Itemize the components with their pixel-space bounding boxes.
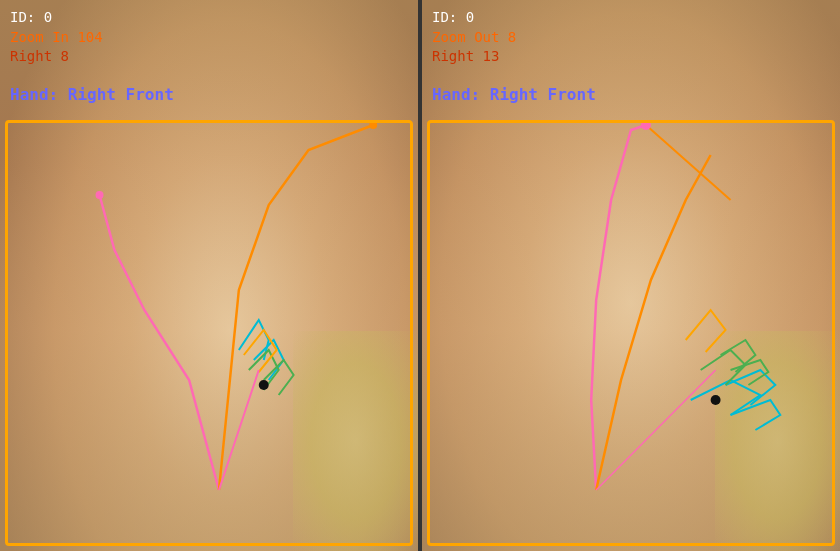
right-hand-label: Hand: Right Front — [432, 85, 596, 104]
right-info-overlay: ID: 0 Zoom Out 8 Right 13 — [432, 8, 516, 67]
left-info-overlay: ID: 0 Zoom In 104 Right 8 — [10, 8, 103, 67]
left-detection-box — [5, 120, 413, 546]
left-panel: ID: 0 Zoom In 104 Right 8 Hand: Right Fr… — [0, 0, 418, 551]
left-action-label: Zoom In 104 — [10, 28, 103, 48]
right-detection-box — [427, 120, 835, 546]
right-id-label: ID: 0 — [432, 8, 516, 28]
main-container: ID: 0 Zoom In 104 Right 8 Hand: Right Fr… — [0, 0, 840, 551]
right-panel: ID: 0 Zoom Out 8 Right 13 Hand: Right Fr… — [422, 0, 840, 551]
left-direction-label: Right 8 — [10, 47, 103, 67]
right-direction-label: Right 13 — [432, 47, 516, 67]
right-action-label: Zoom Out 8 — [432, 28, 516, 48]
left-hand-label: Hand: Right Front — [10, 85, 174, 104]
left-id-label: ID: 0 — [10, 8, 103, 28]
